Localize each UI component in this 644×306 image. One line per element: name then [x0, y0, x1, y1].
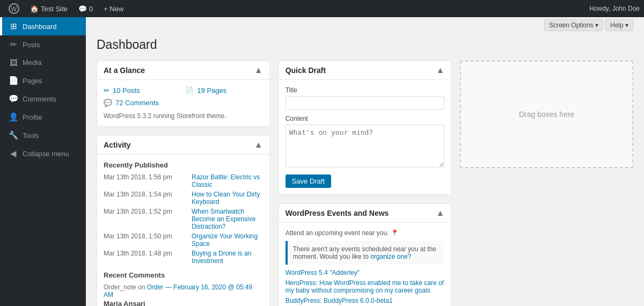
admin-sidebar: ⊞ Dashboard ✏ Posts 🖼 Media 📄 Pages 💬 Co…	[0, 17, 86, 306]
title-label: Title	[286, 86, 445, 94]
sidebar-item-dashboard[interactable]: ⊞ Dashboard	[0, 17, 86, 35]
posts-stat[interactable]: ✏ 10 Posts	[104, 86, 181, 94]
activity-post-link[interactable]: When Smartwatch Become an Expensive Dist…	[192, 208, 263, 230]
activity-post-link[interactable]: Organize Your Working Space	[192, 232, 263, 247]
recent-comments-heading: Recent Comments	[104, 271, 263, 279]
comments-button[interactable]: 💬 0	[74, 0, 97, 17]
activity-toggle[interactable]: ▲	[254, 140, 263, 150]
events-intro-text: Attend an upcoming event near you.	[286, 229, 389, 237]
screen-options-button[interactable]: Screen Options ▾	[544, 19, 603, 31]
sidebar-item-label: Profile	[23, 113, 42, 121]
events-content: Attend an upcoming event near you. 📍 The…	[279, 223, 451, 306]
new-label: + New	[104, 5, 123, 13]
glance-stats: ✏ 10 Posts 📄 19 Pages 💬 72 Comments	[104, 86, 263, 107]
comment-meta: Order_note on Order — February 16, 2020 …	[104, 283, 263, 298]
drag-placeholder: Drag boxes here	[460, 61, 633, 168]
site-name-button[interactable]: 🏠 Test Site	[26, 0, 72, 17]
activity-row: Mar 13th 2018, 1:54 pm How to Clean Your…	[104, 191, 263, 206]
quick-draft-header: Quick Draft ▲	[279, 61, 451, 80]
activity-title: Activity	[104, 141, 131, 149]
new-content-button[interactable]: + New	[99, 0, 128, 17]
at-a-glance-toggle[interactable]: ▲	[254, 65, 263, 75]
sidebar-item-comments[interactable]: 💬 Comments	[0, 90, 86, 108]
activity-content: Recently Published Mar 13th 2018, 1:56 p…	[97, 155, 269, 306]
sidebar-item-label: Pages	[23, 77, 42, 85]
activity-date: Mar 13th 2018, 1:50 pm	[104, 232, 189, 247]
activity-row: Mar 13th 2018, 1:52 pm When Smartwatch B…	[104, 208, 263, 230]
sidebar-item-label: Comments	[23, 95, 56, 103]
quick-draft-toggle[interactable]: ▲	[436, 65, 444, 75]
events-widget: WordPress Events and News ▲ Attend an up…	[279, 203, 452, 306]
recently-published: Recently Published Mar 13th 2018, 1:56 p…	[104, 161, 263, 265]
tools-icon: 🔧	[9, 130, 18, 140]
sidebar-item-profile[interactable]: 👤 Profile	[0, 108, 86, 126]
comments-stat-count: 72 Comments	[115, 99, 159, 107]
event-link-3[interactable]: BuddyPress: BuddyPress 6.0.0-beta1	[286, 297, 445, 304]
sidebar-item-label: Collapse menu	[23, 150, 69, 158]
activity-header: Activity ▲	[97, 136, 269, 155]
sidebar-item-pages[interactable]: 📄 Pages	[0, 71, 86, 90]
title-input[interactable]	[286, 96, 445, 110]
events-toggle[interactable]: ▲	[436, 208, 444, 218]
events-intro: Attend an upcoming event near you. 📍	[286, 229, 445, 237]
comments-stat[interactable]: 💬 72 Comments	[104, 99, 181, 107]
at-a-glance-content: ✏ 10 Posts 📄 19 Pages 💬 72 Comments	[97, 80, 269, 126]
comments-stat-icon: 💬	[104, 99, 112, 107]
dashboard-icon: ⊞	[9, 21, 18, 31]
dashboard-col-1: At a Glance ▲ ✏ 10 Posts 📄 19 Pages	[97, 61, 270, 306]
events-title: WordPress Events and News	[286, 209, 389, 217]
wp-logo-button[interactable]: W	[4, 0, 24, 17]
media-icon: 🖼	[9, 58, 18, 67]
pages-stat[interactable]: 📄 19 Pages	[185, 86, 262, 94]
posts-stat-icon: ✏	[104, 86, 109, 94]
collapse-icon: ◀	[9, 149, 18, 158]
sidebar-item-collapse[interactable]: ◀ Collapse menu	[0, 144, 86, 163]
quick-draft-content: Title Content Save Draft	[279, 80, 451, 194]
activity-date: Mar 13th 2018, 1:48 pm	[104, 250, 189, 265]
dashboard-grid: At a Glance ▲ ✏ 10 Posts 📄 19 Pages	[97, 61, 633, 306]
activity-date: Mar 13th 2018, 1:54 pm	[104, 191, 189, 206]
content-textarea[interactable]	[286, 125, 445, 167]
event-link-1[interactable]: WordPress 5.4 "Adderley"	[286, 269, 445, 276]
sidebar-item-media[interactable]: 🖼 Media	[0, 54, 86, 71]
page-title: Dashboard	[97, 38, 633, 52]
dashboard-col-3: Drag boxes here	[460, 61, 633, 306]
drag-placeholder-text: Drag boxes here	[519, 110, 575, 119]
sidebar-item-tools[interactable]: 🔧 Tools	[0, 126, 86, 144]
at-a-glance-widget: At a Glance ▲ ✏ 10 Posts 📄 19 Pages	[97, 61, 270, 127]
title-form-group: Title	[286, 86, 445, 110]
quick-draft-title: Quick Draft	[286, 66, 326, 75]
help-button[interactable]: Help ▾	[605, 19, 633, 31]
comment-author-name: Order_note	[104, 283, 136, 291]
howdy-text: Howdy, John Doe	[589, 5, 640, 12]
dashboard-col-2: Quick Draft ▲ Title Content Save Draft	[279, 61, 452, 306]
at-a-glance-header: At a Glance ▲	[97, 61, 269, 80]
event-link-2[interactable]: HeroPress: How WordPress enabled me to t…	[286, 279, 445, 294]
pages-stat-icon: 📄	[185, 86, 194, 94]
save-draft-button[interactable]: Save Draft	[286, 174, 331, 188]
activity-widget: Activity ▲ Recently Published Mar 13th 2…	[97, 135, 270, 306]
sidebar-item-label: Posts	[23, 41, 40, 49]
site-name-label: Test Site	[41, 5, 68, 13]
sidebar-item-posts[interactable]: ✏ Posts	[0, 35, 86, 54]
comment-item: Order_note on Order — February 16, 2020 …	[104, 283, 263, 306]
main-content: Screen Options ▾ Help ▾ Dashboard At a G…	[86, 17, 644, 306]
pages-stat-count: 19 Pages	[197, 86, 226, 94]
site-icon: 🏠	[30, 5, 39, 13]
profile-icon: 👤	[9, 112, 18, 122]
comments-icon: 💬	[78, 5, 87, 13]
quick-draft-widget: Quick Draft ▲ Title Content Save Draft	[279, 61, 452, 195]
comments-icon: 💬	[9, 94, 18, 104]
activity-date: Mar 13th 2018, 1:56 pm	[104, 173, 189, 188]
events-notice: There aren't any events scheduled near y…	[286, 241, 445, 265]
organize-link[interactable]: organize one?	[370, 253, 411, 260]
activity-post-link[interactable]: How to Clean Your Dirty Keyboard	[192, 191, 263, 206]
sidebar-item-label: Tools	[23, 132, 39, 140]
activity-post-link[interactable]: Buying a Drone is an Investment	[192, 250, 263, 265]
screen-meta-bar: Screen Options ▾ Help ▾	[97, 17, 633, 33]
activity-post-link[interactable]: Razor Battle: Electric vs Classic	[192, 173, 263, 188]
sidebar-item-label: Dashboard	[23, 23, 57, 31]
commenter-name: Maria Ansari	[104, 300, 263, 306]
activity-date: Mar 13th 2018, 1:52 pm	[104, 208, 189, 230]
content-label: Content	[286, 115, 445, 122]
